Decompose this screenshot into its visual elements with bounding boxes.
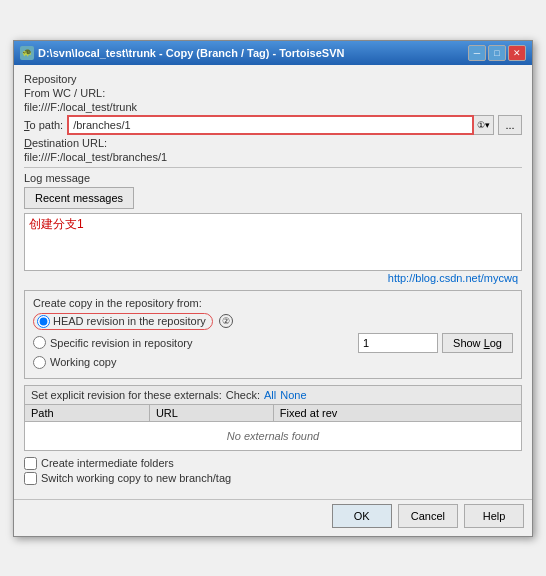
check-none-link[interactable]: None	[280, 389, 306, 401]
check-label: Check:	[226, 389, 260, 401]
check1-row: Create intermediate folders	[24, 457, 522, 470]
to-path-input[interactable]	[67, 115, 474, 135]
head-revision-label: HEAD revision in the repository	[53, 315, 206, 327]
watermark: http://blog.csdn.net/mycwq	[24, 272, 522, 284]
circle2: ②	[219, 314, 233, 328]
bottom-checks: Create intermediate folders Switch worki…	[24, 457, 522, 485]
switch-working-copy-label: Switch working copy to new branch/tag	[41, 472, 231, 484]
repository-section: Repository From WC / URL: file:///F:/loc…	[24, 73, 522, 163]
repository-section-label: Repository	[24, 73, 522, 85]
from-value-row: file:///F:/local_test/trunk	[24, 101, 522, 113]
help-button[interactable]: Help	[464, 504, 524, 528]
maximize-button[interactable]: □	[488, 45, 506, 61]
to-path-input-wrap: ①▾	[67, 115, 494, 135]
revision-input[interactable]	[358, 333, 438, 353]
radio-specific-row: Specific revision in repository Show Log	[33, 333, 513, 353]
externals-header-label: Set explicit revision for these external…	[31, 389, 222, 401]
show-log-button[interactable]: Show Log	[442, 333, 513, 353]
dest-label-row: Destination URL:	[24, 137, 522, 149]
check-all-link[interactable]: All	[264, 389, 276, 401]
minimize-button[interactable]: ─	[468, 45, 486, 61]
externals-section: Set explicit revision for these external…	[24, 385, 522, 451]
working-copy-label: Working copy	[50, 356, 116, 368]
window-title: D:\svn\local_test\trunk - Copy (Branch /…	[38, 47, 344, 59]
title-controls: ─ □ ✕	[468, 45, 526, 61]
recent-messages-button[interactable]: Recent messages	[24, 187, 134, 209]
col-url: URL	[149, 405, 273, 422]
title-bar-left: 🐢 D:\svn\local_test\trunk - Copy (Branch…	[20, 46, 344, 60]
externals-header: Set explicit revision for these external…	[25, 386, 521, 405]
cancel-button[interactable]: Cancel	[398, 504, 458, 528]
intermediate-folders-checkbox[interactable]	[24, 457, 37, 470]
separator1	[24, 167, 522, 168]
ok-button[interactable]: OK	[332, 504, 392, 528]
col-fixed: Fixed at rev	[273, 405, 521, 422]
log-textarea[interactable]: 创建分支1	[24, 213, 522, 271]
intermediate-folders-label: Create intermediate folders	[41, 457, 174, 469]
no-data-cell: No externals found	[25, 421, 521, 450]
head-revision-radio[interactable]	[37, 315, 50, 328]
app-icon: 🐢	[20, 46, 34, 60]
dest-value-row: file:///F:/local_test/branches/1	[24, 151, 522, 163]
externals-table: Path URL Fixed at rev No externals found	[25, 405, 521, 450]
from-row: From WC / URL:	[24, 87, 522, 99]
log-header: Log message	[24, 172, 522, 184]
to-path-label: To path:	[24, 119, 63, 131]
title-bar: 🐢 D:\svn\local_test\trunk - Copy (Branch…	[14, 41, 532, 65]
no-data-row: No externals found	[25, 421, 521, 450]
col-path: Path	[25, 405, 149, 422]
footer: OK Cancel Help	[14, 499, 532, 536]
main-window: 🐢 D:\svn\local_test\trunk - Copy (Branch…	[13, 40, 533, 537]
from-value: file:///F:/local_test/trunk	[24, 101, 137, 113]
dest-value: file:///F:/local_test/branches/1	[24, 151, 167, 163]
working-copy-radio[interactable]	[33, 356, 46, 369]
specific-revision-radio[interactable]	[33, 336, 46, 349]
copy-section: Create copy in the repository from: HEAD…	[24, 290, 522, 379]
switch-working-copy-checkbox[interactable]	[24, 472, 37, 485]
head-revision-radio-wrap: HEAD revision in the repository	[33, 313, 213, 330]
close-button[interactable]: ✕	[508, 45, 526, 61]
copy-title: Create copy in the repository from:	[33, 297, 513, 309]
check2-row: Switch working copy to new branch/tag	[24, 472, 522, 485]
specific-revision-label: Specific revision in repository	[50, 337, 192, 349]
to-path-row: To path: ①▾ ...	[24, 115, 522, 135]
dialog-content: Repository From WC / URL: file:///F:/loc…	[14, 65, 532, 499]
log-section: Log message Recent messages 创建分支1 http:/…	[24, 172, 522, 284]
circle1: ①	[477, 120, 485, 130]
browse-button[interactable]: ...	[498, 115, 522, 135]
from-label: From WC / URL:	[24, 87, 105, 99]
dest-label: Destination URL:	[24, 137, 107, 149]
radio-head-row: HEAD revision in the repository ②	[33, 313, 513, 330]
dropdown-button[interactable]: ①▾	[474, 115, 494, 135]
radio-working-row: Working copy	[33, 356, 513, 369]
